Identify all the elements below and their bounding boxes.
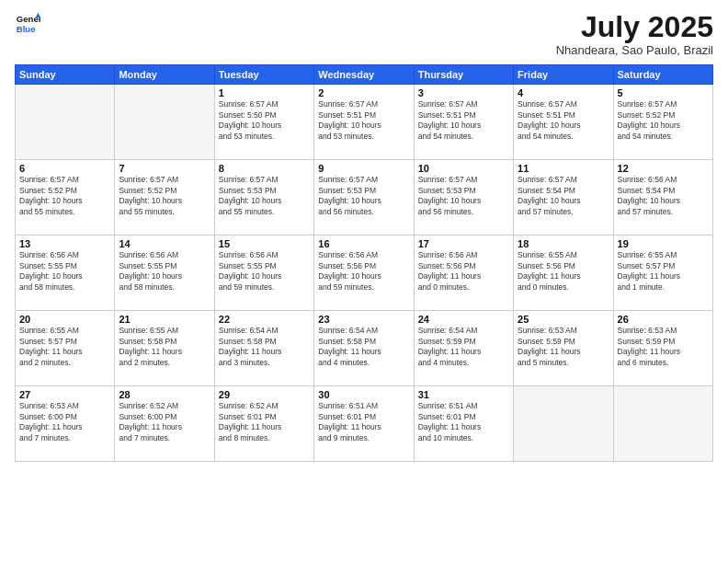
day-info: Sunrise: 6:57 AM Sunset: 5:53 PM Dayligh… (318, 175, 409, 217)
day-number: 9 (318, 163, 409, 174)
day-number: 28 (119, 389, 210, 400)
col-header-friday: Friday (514, 65, 613, 85)
calendar-cell: 12Sunrise: 6:56 AM Sunset: 5:54 PM Dayli… (613, 160, 712, 236)
calendar-cell: 31Sunrise: 6:51 AM Sunset: 6:01 PM Dayli… (414, 386, 513, 462)
col-header-saturday: Saturday (613, 65, 712, 85)
day-number: 22 (219, 314, 310, 325)
calendar-cell: 4Sunrise: 6:57 AM Sunset: 5:51 PM Daylig… (514, 85, 613, 160)
day-info: Sunrise: 6:57 AM Sunset: 5:51 PM Dayligh… (318, 99, 409, 142)
day-info: Sunrise: 6:55 AM Sunset: 5:57 PM Dayligh… (618, 250, 709, 293)
day-info: Sunrise: 6:55 AM Sunset: 5:58 PM Dayligh… (119, 326, 210, 368)
day-info: Sunrise: 6:56 AM Sunset: 5:55 PM Dayligh… (119, 250, 210, 293)
day-info: Sunrise: 6:57 AM Sunset: 5:50 PM Dayligh… (219, 99, 310, 142)
location: Nhandeara, Sao Paulo, Brazil (556, 43, 713, 57)
day-number: 7 (119, 163, 210, 174)
calendar-cell: 19Sunrise: 6:55 AM Sunset: 5:57 PM Dayli… (613, 236, 712, 311)
calendar-cell: 11Sunrise: 6:57 AM Sunset: 5:54 PM Dayli… (514, 160, 613, 236)
day-number: 8 (219, 163, 310, 174)
day-number: 19 (618, 238, 709, 249)
calendar-cell: 16Sunrise: 6:56 AM Sunset: 5:56 PM Dayli… (314, 236, 414, 311)
day-number: 29 (219, 389, 310, 400)
col-header-monday: Monday (115, 65, 214, 85)
title-block: July 2025 Nhandeara, Sao Paulo, Brazil (556, 11, 713, 57)
calendar-cell: 18Sunrise: 6:55 AM Sunset: 5:56 PM Dayli… (514, 236, 613, 311)
day-number: 13 (19, 238, 110, 249)
calendar-cell: 22Sunrise: 6:54 AM Sunset: 5:58 PM Dayli… (214, 311, 313, 386)
calendar-cell: 15Sunrise: 6:56 AM Sunset: 5:55 PM Dayli… (214, 236, 313, 311)
calendar-table: SundayMondayTuesdayWednesdayThursdayFrid… (15, 64, 713, 462)
col-header-thursday: Thursday (414, 65, 513, 85)
calendar-cell: 25Sunrise: 6:53 AM Sunset: 5:59 PM Dayli… (514, 311, 613, 386)
calendar-cell: 9Sunrise: 6:57 AM Sunset: 5:53 PM Daylig… (314, 160, 414, 236)
week-row-5: 27Sunrise: 6:53 AM Sunset: 6:00 PM Dayli… (16, 386, 713, 462)
day-info: Sunrise: 6:53 AM Sunset: 5:59 PM Dayligh… (618, 326, 709, 368)
day-info: Sunrise: 6:51 AM Sunset: 6:01 PM Dayligh… (418, 401, 509, 443)
day-number: 23 (318, 314, 409, 325)
header: General Blue July 2025 Nhandeara, Sao Pa… (15, 11, 713, 57)
day-info: Sunrise: 6:54 AM Sunset: 5:59 PM Dayligh… (418, 326, 509, 368)
day-info: Sunrise: 6:53 AM Sunset: 5:59 PM Dayligh… (518, 326, 609, 368)
page: General Blue July 2025 Nhandeara, Sao Pa… (0, 0, 728, 563)
calendar-cell: 3Sunrise: 6:57 AM Sunset: 5:51 PM Daylig… (414, 85, 513, 160)
calendar-cell: 1Sunrise: 6:57 AM Sunset: 5:50 PM Daylig… (214, 85, 313, 160)
calendar-cell: 5Sunrise: 6:57 AM Sunset: 5:52 PM Daylig… (613, 85, 712, 160)
day-number: 5 (618, 87, 709, 98)
calendar-cell (514, 386, 613, 462)
logo-icon: General Blue (15, 11, 40, 37)
col-header-wednesday: Wednesday (314, 65, 414, 85)
day-number: 14 (119, 238, 210, 249)
calendar-cell: 17Sunrise: 6:56 AM Sunset: 5:56 PM Dayli… (414, 236, 513, 311)
day-number: 10 (418, 163, 509, 174)
calendar-cell: 2Sunrise: 6:57 AM Sunset: 5:51 PM Daylig… (314, 85, 414, 160)
calendar-cell: 29Sunrise: 6:52 AM Sunset: 6:01 PM Dayli… (214, 386, 313, 462)
day-number: 21 (119, 314, 210, 325)
day-info: Sunrise: 6:57 AM Sunset: 5:51 PM Dayligh… (418, 99, 509, 142)
day-info: Sunrise: 6:57 AM Sunset: 5:52 PM Dayligh… (119, 175, 210, 217)
day-info: Sunrise: 6:55 AM Sunset: 5:56 PM Dayligh… (518, 250, 609, 293)
calendar-cell: 27Sunrise: 6:53 AM Sunset: 6:00 PM Dayli… (16, 386, 115, 462)
calendar-cell: 30Sunrise: 6:51 AM Sunset: 6:01 PM Dayli… (314, 386, 414, 462)
day-info: Sunrise: 6:57 AM Sunset: 5:54 PM Dayligh… (518, 175, 609, 217)
day-number: 26 (618, 314, 709, 325)
day-number: 17 (418, 238, 509, 249)
col-header-sunday: Sunday (16, 65, 115, 85)
week-row-2: 6Sunrise: 6:57 AM Sunset: 5:52 PM Daylig… (16, 160, 713, 236)
calendar-cell: 8Sunrise: 6:57 AM Sunset: 5:53 PM Daylig… (214, 160, 313, 236)
day-info: Sunrise: 6:51 AM Sunset: 6:01 PM Dayligh… (318, 401, 409, 443)
calendar-cell: 7Sunrise: 6:57 AM Sunset: 5:52 PM Daylig… (115, 160, 214, 236)
day-info: Sunrise: 6:55 AM Sunset: 5:57 PM Dayligh… (19, 326, 110, 368)
day-number: 31 (418, 389, 509, 400)
calendar-cell: 14Sunrise: 6:56 AM Sunset: 5:55 PM Dayli… (115, 236, 214, 311)
day-number: 15 (219, 238, 310, 249)
calendar-cell: 23Sunrise: 6:54 AM Sunset: 5:58 PM Dayli… (314, 311, 414, 386)
day-number: 27 (19, 389, 110, 400)
day-number: 16 (318, 238, 409, 249)
month-title: July 2025 (556, 11, 713, 43)
day-number: 25 (518, 314, 609, 325)
week-row-4: 20Sunrise: 6:55 AM Sunset: 5:57 PM Dayli… (16, 311, 713, 386)
day-info: Sunrise: 6:56 AM Sunset: 5:54 PM Dayligh… (618, 175, 709, 217)
day-number: 2 (318, 87, 409, 98)
col-header-tuesday: Tuesday (214, 65, 313, 85)
calendar-cell (16, 85, 115, 160)
day-info: Sunrise: 6:57 AM Sunset: 5:52 PM Dayligh… (19, 175, 110, 217)
day-number: 1 (219, 87, 310, 98)
day-info: Sunrise: 6:57 AM Sunset: 5:51 PM Dayligh… (518, 99, 609, 142)
day-info: Sunrise: 6:57 AM Sunset: 5:53 PM Dayligh… (219, 175, 310, 217)
calendar-cell: 28Sunrise: 6:52 AM Sunset: 6:00 PM Dayli… (115, 386, 214, 462)
day-info: Sunrise: 6:54 AM Sunset: 5:58 PM Dayligh… (318, 326, 409, 368)
calendar-cell: 20Sunrise: 6:55 AM Sunset: 5:57 PM Dayli… (16, 311, 115, 386)
calendar-cell (115, 85, 214, 160)
day-number: 30 (318, 389, 409, 400)
day-info: Sunrise: 6:56 AM Sunset: 5:56 PM Dayligh… (418, 250, 509, 293)
day-info: Sunrise: 6:56 AM Sunset: 5:56 PM Dayligh… (318, 250, 409, 293)
day-info: Sunrise: 6:52 AM Sunset: 6:00 PM Dayligh… (119, 401, 210, 443)
calendar-cell: 24Sunrise: 6:54 AM Sunset: 5:59 PM Dayli… (414, 311, 513, 386)
calendar-cell (613, 386, 712, 462)
day-number: 3 (418, 87, 509, 98)
svg-text:Blue: Blue (17, 24, 36, 34)
week-row-1: 1Sunrise: 6:57 AM Sunset: 5:50 PM Daylig… (16, 85, 713, 160)
day-number: 12 (618, 163, 709, 174)
day-number: 4 (518, 87, 609, 98)
day-info: Sunrise: 6:53 AM Sunset: 6:00 PM Dayligh… (19, 401, 110, 443)
